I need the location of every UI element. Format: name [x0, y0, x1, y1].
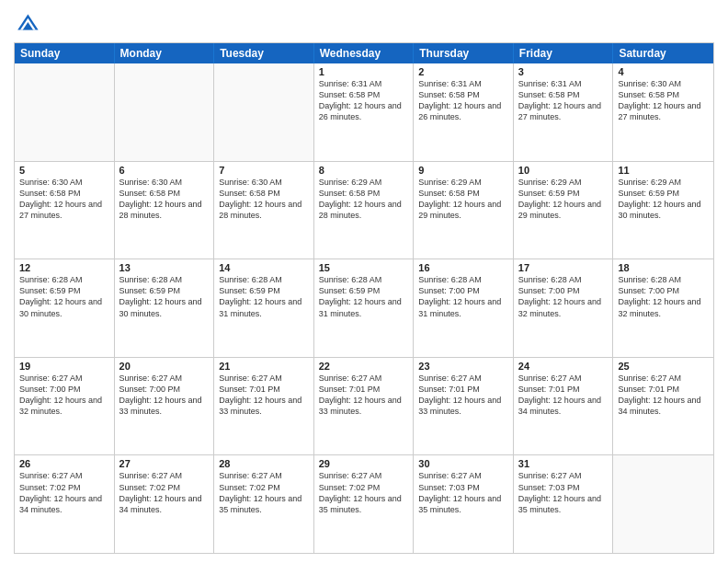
day-info: Sunrise: 6:29 AM Sunset: 6:59 PM Dayligh… — [518, 177, 609, 222]
day-number: 3 — [518, 66, 609, 77]
header — [14, 9, 714, 35]
day-info: Sunrise: 6:27 AM Sunset: 7:01 PM Dayligh… — [518, 373, 609, 418]
cal-day-10: 10Sunrise: 6:29 AM Sunset: 6:59 PM Dayli… — [514, 162, 614, 259]
cal-day-14: 14Sunrise: 6:28 AM Sunset: 6:59 PM Dayli… — [214, 259, 314, 357]
day-info: Sunrise: 6:28 AM Sunset: 6:59 PM Dayligh… — [119, 274, 210, 319]
day-number: 7 — [219, 165, 309, 176]
cal-day-1: 1Sunrise: 6:31 AM Sunset: 6:58 PM Daylig… — [314, 63, 415, 161]
day-info: Sunrise: 6:28 AM Sunset: 6:59 PM Dayligh… — [319, 274, 409, 319]
cal-empty-cell — [613, 455, 713, 553]
day-number: 13 — [119, 262, 210, 273]
cal-day-15: 15Sunrise: 6:28 AM Sunset: 6:59 PM Dayli… — [314, 259, 415, 357]
day-number: 26 — [19, 458, 109, 469]
day-number: 12 — [19, 262, 109, 273]
cal-header-thursday: Thursday — [414, 43, 514, 63]
day-info: Sunrise: 6:27 AM Sunset: 7:01 PM Dayligh… — [219, 373, 309, 418]
day-number: 15 — [319, 262, 409, 273]
cal-day-23: 23Sunrise: 6:27 AM Sunset: 7:01 PM Dayli… — [414, 358, 514, 455]
day-info: Sunrise: 6:30 AM Sunset: 6:58 PM Dayligh… — [119, 177, 210, 222]
day-number: 19 — [19, 361, 109, 372]
cal-day-28: 28Sunrise: 6:27 AM Sunset: 7:02 PM Dayli… — [214, 455, 314, 553]
day-info: Sunrise: 6:30 AM Sunset: 6:58 PM Dayligh… — [19, 177, 109, 222]
day-info: Sunrise: 6:27 AM Sunset: 7:01 PM Dayligh… — [618, 373, 709, 418]
cal-day-12: 12Sunrise: 6:28 AM Sunset: 6:59 PM Dayli… — [15, 259, 115, 357]
day-number: 31 — [518, 458, 609, 469]
day-info: Sunrise: 6:27 AM Sunset: 7:02 PM Dayligh… — [19, 470, 109, 515]
day-info: Sunrise: 6:27 AM Sunset: 7:00 PM Dayligh… — [119, 373, 210, 418]
day-info: Sunrise: 6:31 AM Sunset: 6:58 PM Dayligh… — [418, 78, 508, 123]
cal-header-sunday: Sunday — [15, 43, 115, 63]
day-info: Sunrise: 6:27 AM Sunset: 7:01 PM Dayligh… — [319, 373, 409, 418]
day-info: Sunrise: 6:28 AM Sunset: 7:00 PM Dayligh… — [418, 274, 508, 319]
day-info: Sunrise: 6:29 AM Sunset: 6:59 PM Dayligh… — [618, 177, 709, 222]
cal-header-monday: Monday — [115, 43, 215, 63]
calendar-body: 1Sunrise: 6:31 AM Sunset: 6:58 PM Daylig… — [15, 63, 713, 553]
day-number: 28 — [219, 458, 309, 469]
cal-day-20: 20Sunrise: 6:27 AM Sunset: 7:00 PM Dayli… — [115, 358, 215, 455]
day-info: Sunrise: 6:29 AM Sunset: 6:58 PM Dayligh… — [319, 177, 409, 222]
page: SundayMondayTuesdayWednesdayThursdayFrid… — [0, 0, 728, 563]
day-number: 8 — [319, 165, 409, 176]
cal-empty-cell — [214, 63, 314, 161]
cal-day-16: 16Sunrise: 6:28 AM Sunset: 7:00 PM Dayli… — [414, 259, 514, 357]
day-number: 21 — [219, 361, 309, 372]
cal-day-13: 13Sunrise: 6:28 AM Sunset: 6:59 PM Dayli… — [115, 259, 215, 357]
cal-header-wednesday: Wednesday — [314, 43, 415, 63]
day-info: Sunrise: 6:27 AM Sunset: 7:03 PM Dayligh… — [418, 470, 508, 515]
calendar: SundayMondayTuesdayWednesdayThursdayFrid… — [14, 42, 714, 554]
cal-day-31: 31Sunrise: 6:27 AM Sunset: 7:03 PM Dayli… — [514, 455, 614, 553]
cal-day-18: 18Sunrise: 6:28 AM Sunset: 7:00 PM Dayli… — [613, 259, 713, 357]
cal-day-24: 24Sunrise: 6:27 AM Sunset: 7:01 PM Dayli… — [514, 358, 614, 455]
cal-day-2: 2Sunrise: 6:31 AM Sunset: 6:58 PM Daylig… — [414, 63, 514, 161]
day-number: 9 — [418, 165, 508, 176]
day-number: 27 — [119, 458, 210, 469]
day-info: Sunrise: 6:27 AM Sunset: 7:02 PM Dayligh… — [319, 470, 409, 515]
day-number: 20 — [119, 361, 210, 372]
day-info: Sunrise: 6:27 AM Sunset: 7:02 PM Dayligh… — [119, 470, 210, 515]
day-info: Sunrise: 6:28 AM Sunset: 6:59 PM Dayligh… — [19, 274, 109, 319]
day-info: Sunrise: 6:30 AM Sunset: 6:58 PM Dayligh… — [219, 177, 309, 222]
logo — [14, 9, 43, 35]
cal-day-17: 17Sunrise: 6:28 AM Sunset: 7:00 PM Dayli… — [514, 259, 614, 357]
cal-week-2: 5Sunrise: 6:30 AM Sunset: 6:58 PM Daylig… — [15, 162, 713, 260]
cal-day-3: 3Sunrise: 6:31 AM Sunset: 6:58 PM Daylig… — [514, 63, 614, 161]
day-number: 1 — [319, 66, 409, 77]
day-info: Sunrise: 6:27 AM Sunset: 7:02 PM Dayligh… — [219, 470, 309, 515]
day-number: 22 — [319, 361, 409, 372]
day-info: Sunrise: 6:27 AM Sunset: 7:01 PM Dayligh… — [418, 373, 508, 418]
cal-day-19: 19Sunrise: 6:27 AM Sunset: 7:00 PM Dayli… — [15, 358, 115, 455]
day-number: 23 — [418, 361, 508, 372]
cal-day-26: 26Sunrise: 6:27 AM Sunset: 7:02 PM Dayli… — [15, 455, 115, 553]
cal-week-3: 12Sunrise: 6:28 AM Sunset: 6:59 PM Dayli… — [15, 259, 713, 358]
day-number: 11 — [618, 165, 709, 176]
day-number: 24 — [518, 361, 609, 372]
cal-day-22: 22Sunrise: 6:27 AM Sunset: 7:01 PM Dayli… — [314, 358, 415, 455]
cal-day-27: 27Sunrise: 6:27 AM Sunset: 7:02 PM Dayli… — [115, 455, 215, 553]
day-info: Sunrise: 6:28 AM Sunset: 6:59 PM Dayligh… — [219, 274, 309, 319]
day-number: 18 — [618, 262, 709, 273]
day-number: 16 — [418, 262, 508, 273]
day-info: Sunrise: 6:27 AM Sunset: 7:03 PM Dayligh… — [518, 470, 609, 515]
cal-day-5: 5Sunrise: 6:30 AM Sunset: 6:58 PM Daylig… — [15, 162, 115, 259]
cal-day-21: 21Sunrise: 6:27 AM Sunset: 7:01 PM Dayli… — [214, 358, 314, 455]
day-number: 5 — [19, 165, 109, 176]
day-number: 4 — [618, 66, 709, 77]
cal-day-4: 4Sunrise: 6:30 AM Sunset: 6:58 PM Daylig… — [613, 63, 713, 161]
cal-day-7: 7Sunrise: 6:30 AM Sunset: 6:58 PM Daylig… — [214, 162, 314, 259]
general-blue-icon — [14, 9, 40, 35]
cal-empty-cell — [115, 63, 215, 161]
cal-week-5: 26Sunrise: 6:27 AM Sunset: 7:02 PM Dayli… — [15, 455, 713, 553]
cal-day-9: 9Sunrise: 6:29 AM Sunset: 6:58 PM Daylig… — [414, 162, 514, 259]
cal-day-30: 30Sunrise: 6:27 AM Sunset: 7:03 PM Dayli… — [414, 455, 514, 553]
day-number: 17 — [518, 262, 609, 273]
cal-day-8: 8Sunrise: 6:29 AM Sunset: 6:58 PM Daylig… — [314, 162, 415, 259]
day-number: 6 — [119, 165, 210, 176]
cal-day-29: 29Sunrise: 6:27 AM Sunset: 7:02 PM Dayli… — [314, 455, 415, 553]
day-number: 2 — [418, 66, 508, 77]
day-info: Sunrise: 6:31 AM Sunset: 6:58 PM Dayligh… — [319, 78, 409, 123]
day-info: Sunrise: 6:30 AM Sunset: 6:58 PM Dayligh… — [618, 78, 709, 123]
day-number: 29 — [319, 458, 409, 469]
day-number: 10 — [518, 165, 609, 176]
day-info: Sunrise: 6:29 AM Sunset: 6:58 PM Dayligh… — [418, 177, 508, 222]
day-info: Sunrise: 6:28 AM Sunset: 7:00 PM Dayligh… — [518, 274, 609, 319]
